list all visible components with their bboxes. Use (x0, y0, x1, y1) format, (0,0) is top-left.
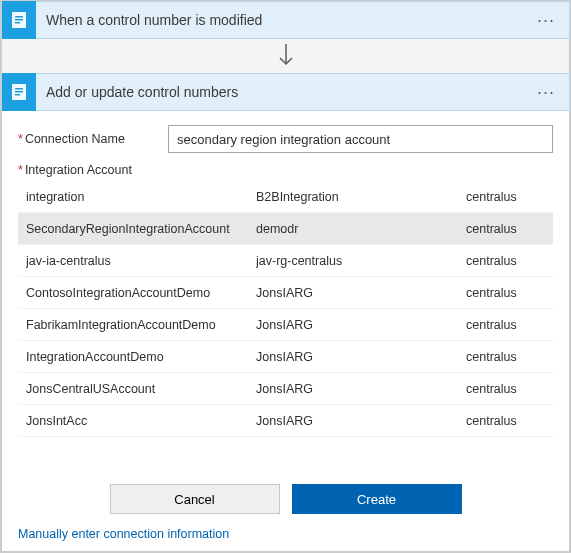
account-name-cell: IntegrationAccountDemo (26, 350, 256, 364)
integration-account-row[interactable]: ContosoIntegrationAccountDemoJonsIARGcen… (18, 277, 553, 309)
integration-account-row[interactable]: integrationB2BIntegrationcentralus (18, 181, 553, 213)
arrow-down-icon (276, 42, 296, 70)
required-asterisk: * (18, 163, 23, 177)
integration-account-icon (2, 1, 36, 39)
resource-group-cell: JonsIARG (256, 382, 466, 396)
connector-arrow-region (1, 39, 570, 73)
svg-rect-2 (15, 19, 23, 21)
connection-name-input[interactable] (168, 125, 553, 153)
account-name-cell: SecondaryRegionIntegrationAccount (26, 222, 256, 236)
connection-name-row: *Connection Name (18, 125, 553, 153)
svg-rect-8 (15, 94, 20, 96)
create-button[interactable]: Create (292, 484, 462, 514)
location-cell: centralus (466, 414, 545, 428)
integration-account-row[interactable]: JonsIntAccJonsIARGcentralus (18, 405, 553, 437)
location-cell: centralus (466, 318, 545, 332)
manual-connection-link[interactable]: Manually enter connection information (18, 527, 229, 541)
account-name-cell: FabrikamIntegrationAccountDemo (26, 318, 256, 332)
account-name-cell: integration (26, 190, 256, 204)
account-name-cell: JonsCentralUSAccount (26, 382, 256, 396)
location-cell: centralus (466, 222, 545, 236)
location-cell: centralus (466, 254, 545, 268)
integration-account-scroll[interactable]: integrationB2BIntegrationcentralusSecond… (18, 181, 553, 439)
resource-group-cell: JonsIARG (256, 286, 466, 300)
resource-group-cell: JonsIARG (256, 414, 466, 428)
trigger-card-title: When a control number is modified (46, 12, 533, 28)
account-name-cell: ContosoIntegrationAccountDemo (26, 286, 256, 300)
designer-canvas: When a control number is modified ··· Ad… (0, 0, 571, 553)
button-row: Cancel Create (18, 484, 553, 514)
svg-rect-3 (15, 22, 20, 24)
integration-account-row[interactable]: FabrikamIntegrationAccountDemoJonsIARGce… (18, 309, 553, 341)
integration-account-row[interactable]: jav-ia-centralusjav-rg-centraluscentralu… (18, 245, 553, 277)
account-name-cell: JonsIntAcc (26, 414, 256, 428)
cancel-button[interactable]: Cancel (110, 484, 280, 514)
resource-group-cell: demodr (256, 222, 466, 236)
manual-link-row: Manually enter connection information (18, 524, 553, 541)
location-cell: centralus (466, 190, 545, 204)
connection-name-label: *Connection Name (18, 132, 168, 146)
svg-rect-1 (15, 16, 23, 18)
location-cell: centralus (466, 286, 545, 300)
action-card-menu-icon[interactable]: ··· (533, 82, 559, 103)
integration-account-row[interactable]: IntegrationAccountDemoJonsIARGcentralus (18, 341, 553, 373)
svg-rect-7 (15, 91, 23, 93)
location-cell: centralus (466, 350, 545, 364)
integration-account-row[interactable]: SecondaryRegionIntegrationAccountdemodrc… (18, 213, 553, 245)
integration-account-list: integrationB2BIntegrationcentralusSecond… (18, 181, 553, 470)
resource-group-cell: JonsIARG (256, 350, 466, 364)
integration-account-icon (2, 73, 36, 111)
action-card-body: *Connection Name *Integration Account in… (1, 111, 570, 552)
location-cell: centralus (466, 382, 545, 396)
integration-account-label: *Integration Account (18, 163, 553, 177)
action-card-title: Add or update control numbers (46, 84, 533, 100)
resource-group-cell: B2BIntegration (256, 190, 466, 204)
resource-group-cell: jav-rg-centralus (256, 254, 466, 268)
integration-account-row[interactable]: ContosoIntegrationAccountjonsignitergcen… (18, 437, 553, 439)
trigger-card-menu-icon[interactable]: ··· (533, 10, 559, 31)
svg-rect-6 (15, 88, 23, 90)
integration-account-row[interactable]: JonsCentralUSAccountJonsIARGcentralus (18, 373, 553, 405)
resource-group-cell: JonsIARG (256, 318, 466, 332)
action-card-header[interactable]: Add or update control numbers ··· (1, 73, 570, 111)
trigger-card-header[interactable]: When a control number is modified ··· (1, 1, 570, 39)
required-asterisk: * (18, 132, 23, 146)
account-name-cell: jav-ia-centralus (26, 254, 256, 268)
